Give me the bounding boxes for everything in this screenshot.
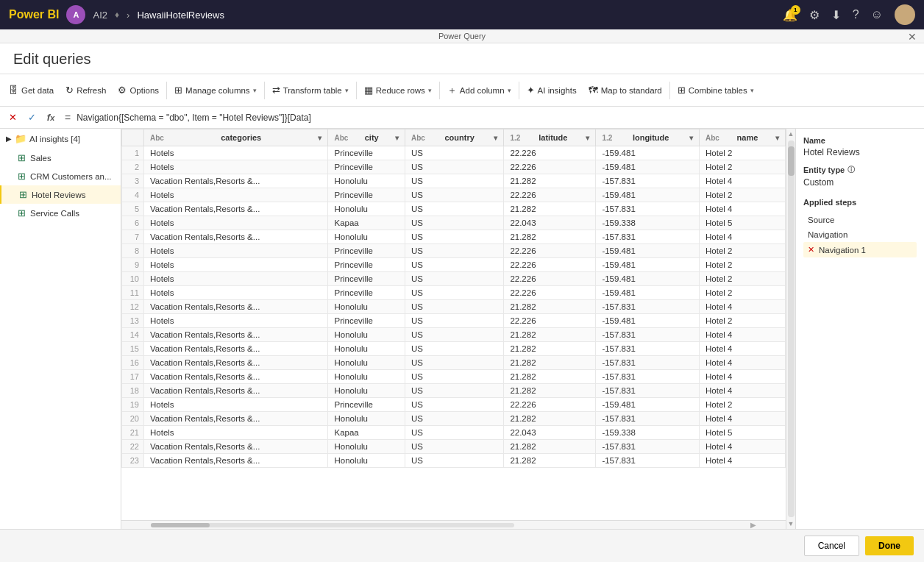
table-cell: Hotel 2 bbox=[700, 272, 786, 286]
options-button[interactable]: ⚙ Options bbox=[112, 82, 165, 99]
download-icon[interactable]: ⬇ bbox=[831, 8, 841, 22]
sidebar-group-header[interactable]: ▶ 📁 AI insights [4] bbox=[0, 129, 121, 149]
table-cell: US bbox=[405, 216, 504, 230]
table-scroll-wrapper[interactable]: Abc categories ▾ Abc city ▾ bbox=[121, 129, 786, 520]
latitude-filter[interactable]: ▾ bbox=[586, 134, 589, 142]
sidebar-item-hotel-reviews[interactable]: ⊞ Hotel Reviews bbox=[0, 185, 121, 204]
row-number: 23 bbox=[122, 454, 144, 468]
country-label: country bbox=[444, 133, 474, 142]
table-cell: Hotel 4 bbox=[700, 328, 786, 342]
table-cell: Hotel 2 bbox=[700, 398, 786, 412]
map-to-standard-label: Map to standard bbox=[601, 86, 662, 95]
refresh-button[interactable]: ↻ Refresh bbox=[60, 82, 112, 99]
step-navigation1[interactable]: ✕ Navigation 1 bbox=[803, 242, 917, 257]
vscroll-down-arrow[interactable]: ▼ bbox=[788, 520, 795, 527]
vertical-scrollbar[interactable]: ▲ ▼ bbox=[786, 129, 795, 529]
table-cell: -159.481 bbox=[596, 188, 700, 202]
sidebar-item-service-calls[interactable]: ⊞ Service Calls bbox=[0, 204, 121, 222]
scroll-arrow-right[interactable]: ▶ bbox=[750, 521, 756, 529]
sidebar-group-label: AI insights [4] bbox=[29, 135, 80, 143]
table-cell: US bbox=[405, 342, 504, 356]
power-bi-logo: Power BI bbox=[9, 8, 59, 21]
transform-table-button[interactable]: ⇄ Transform table ▾ bbox=[266, 82, 355, 99]
sidebar-item-sales[interactable]: ⊞ Sales bbox=[0, 149, 121, 167]
settings-icon[interactable]: ⚙ bbox=[809, 8, 820, 22]
table-cell: 22.226 bbox=[504, 188, 596, 202]
step-navigation[interactable]: Navigation bbox=[803, 227, 917, 242]
notification-btn[interactable]: 🔔 1 bbox=[783, 8, 797, 22]
dialog-close-btn[interactable]: ✕ bbox=[908, 31, 917, 43]
longitude-filter[interactable]: ▾ bbox=[689, 134, 693, 142]
table-cell: -159.481 bbox=[596, 314, 700, 328]
map-to-standard-button[interactable]: 🗺 Map to standard bbox=[583, 82, 668, 99]
hotel-table-icon: ⊞ bbox=[19, 189, 27, 200]
table-row: 10HotelsPrincevilleUS22.226-159.481Hotel… bbox=[122, 272, 786, 286]
vscroll-up-arrow[interactable]: ▲ bbox=[788, 130, 795, 138]
help-icon[interactable]: ? bbox=[853, 8, 859, 21]
get-data-label: Get data bbox=[21, 86, 54, 95]
table-cell: Princeville bbox=[328, 398, 405, 412]
add-column-button[interactable]: ＋ Add column ▾ bbox=[441, 81, 517, 100]
combine-icon: ⊞ bbox=[678, 85, 686, 96]
formula-fx-btn[interactable]: fx bbox=[43, 110, 59, 126]
table-cell: -159.481 bbox=[596, 272, 700, 286]
table-cell: Honolulu bbox=[328, 370, 405, 384]
city-type: Abc bbox=[334, 134, 348, 142]
manage-columns-button[interactable]: ⊞ Manage columns ▾ bbox=[168, 82, 263, 99]
table-cell: Vacation Rentals,Resorts &... bbox=[144, 356, 328, 370]
table-cell: 22.226 bbox=[504, 398, 596, 412]
reduce-rows-button[interactable]: ▦ Reduce rows ▾ bbox=[358, 82, 438, 99]
avatar[interactable] bbox=[895, 4, 915, 25]
table-cell: Vacation Rentals,Resorts &... bbox=[144, 328, 328, 342]
table-row: 12Vacation Rentals,Resorts &...HonoluluU… bbox=[122, 300, 786, 314]
ai-insights-label: AI insights bbox=[538, 86, 577, 95]
smiley-icon[interactable]: ☺ bbox=[871, 8, 883, 21]
ai-insights-button[interactable]: ✦ AI insights bbox=[521, 82, 583, 99]
table-cell: Honolulu bbox=[328, 328, 405, 342]
step-delete-icon[interactable]: ✕ bbox=[808, 245, 814, 255]
table-cell: US bbox=[405, 160, 504, 174]
step-source[interactable]: Source bbox=[803, 213, 917, 227]
row-number: 1 bbox=[122, 146, 144, 160]
brand-logo-area[interactable]: Power BI bbox=[9, 8, 59, 21]
reduce-icon: ▦ bbox=[364, 85, 373, 96]
table-cell: -159.481 bbox=[596, 146, 700, 160]
formula-check-btn[interactable]: ✓ bbox=[24, 110, 40, 126]
city-filter[interactable]: ▾ bbox=[395, 134, 399, 142]
row-number: 17 bbox=[122, 370, 144, 384]
col-header-longitude[interactable]: 1.2 longitude ▾ bbox=[596, 129, 700, 146]
table-cell: -157.831 bbox=[596, 454, 700, 468]
formula-input[interactable] bbox=[77, 113, 920, 123]
entity-info-icon[interactable]: ⓘ bbox=[847, 165, 855, 175]
user-avatar-circle[interactable]: A bbox=[66, 5, 85, 24]
col-header-country[interactable]: Abc country ▾ bbox=[405, 129, 504, 146]
table-cell: Honolulu bbox=[328, 300, 405, 314]
col-header-latitude[interactable]: 1.2 latitude ▾ bbox=[504, 129, 596, 146]
row-number: 21 bbox=[122, 426, 144, 440]
table-row: 5Vacation Rentals,Resorts &...HonoluluUS… bbox=[122, 202, 786, 216]
formula-x-btn[interactable]: ✕ bbox=[4, 110, 21, 126]
table-row: 9HotelsPrincevilleUS22.226-159.481Hotel … bbox=[122, 258, 786, 272]
country-filter[interactable]: ▾ bbox=[494, 134, 497, 142]
col-header-city[interactable]: Abc city ▾ bbox=[328, 129, 405, 146]
table-cell: Hotel 4 bbox=[700, 454, 786, 468]
done-button[interactable]: Done bbox=[865, 536, 914, 555]
refresh-icon: ↻ bbox=[65, 85, 74, 96]
sidebar-item-crm[interactable]: ⊞ CRM Customers an... bbox=[0, 167, 121, 185]
categories-filter[interactable]: ▾ bbox=[318, 134, 321, 142]
table-row: 13HotelsPrincevilleUS22.226-159.481Hotel… bbox=[122, 314, 786, 328]
table-row: 20Vacation Rentals,Resorts &...HonoluluU… bbox=[122, 412, 786, 426]
reduce-rows-label: Reduce rows bbox=[376, 86, 425, 95]
sidebar-item-service-calls-label: Service Calls bbox=[30, 209, 79, 218]
horizontal-scrollbar[interactable]: ▶ bbox=[121, 520, 786, 529]
col-header-categories[interactable]: Abc categories ▾ bbox=[144, 129, 328, 146]
name-filter[interactable]: ▾ bbox=[775, 134, 779, 142]
table-cell: -157.831 bbox=[596, 370, 700, 384]
power-query-label: Power Query bbox=[438, 32, 486, 40]
table-cell: Princeville bbox=[328, 160, 405, 174]
breadcrumb-active: HawaiiHotelReviews bbox=[137, 10, 224, 21]
cancel-button[interactable]: Cancel bbox=[804, 536, 859, 556]
col-header-name[interactable]: Abc name ▾ bbox=[700, 129, 786, 146]
combine-tables-button[interactable]: ⊞ Combine tables ▾ bbox=[672, 82, 760, 99]
get-data-button[interactable]: 🗄 Get data bbox=[3, 82, 60, 99]
